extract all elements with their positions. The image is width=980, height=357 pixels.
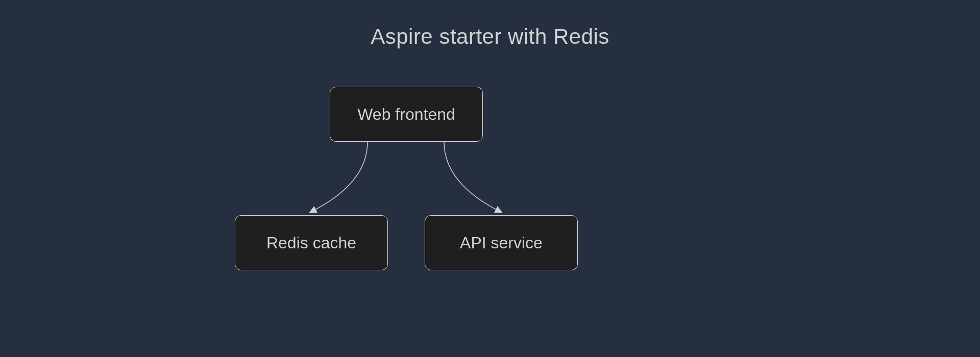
diagram-title: Aspire starter with Redis	[371, 24, 609, 49]
node-label: Web frontend	[357, 105, 455, 124]
node-api-service: API service	[425, 215, 578, 270]
node-label: API service	[460, 234, 543, 252]
connector-frontend-to-redis	[310, 142, 368, 212]
node-label: Redis cache	[266, 234, 356, 252]
connectors-layer	[0, 0, 980, 357]
connector-frontend-to-api	[444, 142, 501, 212]
node-web-frontend: Web frontend	[330, 87, 483, 142]
node-redis-cache: Redis cache	[235, 215, 388, 270]
